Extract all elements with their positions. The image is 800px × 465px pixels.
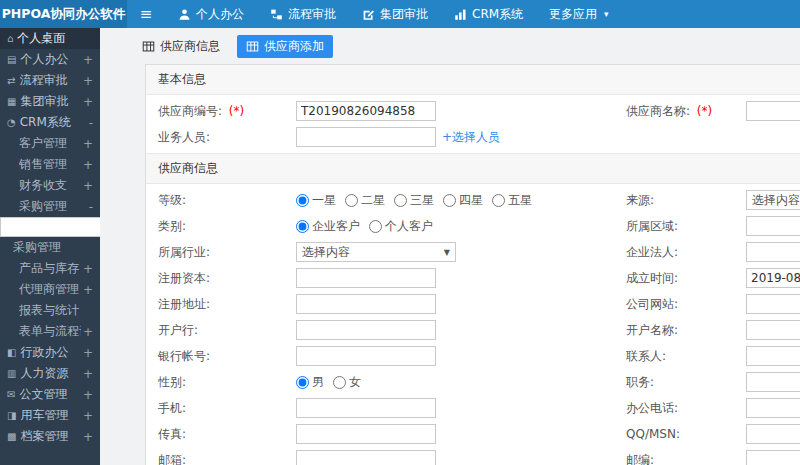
sidebar-item-group-approval[interactable]: ▦集团审批+ — [0, 91, 100, 112]
sidebar-item-supplier-mgmt[interactable]: 供应商管理 — [0, 217, 100, 237]
form-field — [746, 268, 800, 288]
main-content: 供应商信息供应商添加 基本信息供应商编号: (*)供应商名称: (*)业务人员:… — [100, 28, 800, 465]
topnav-item-crm-system[interactable]: CRM系统 — [441, 0, 536, 28]
supplier-name-input[interactable] — [746, 101, 800, 121]
category-option[interactable]: 个人客户 — [369, 218, 433, 235]
radio-label: 一星 — [312, 192, 336, 209]
topnav-item-group-approval[interactable]: 集团审批 — [349, 0, 441, 28]
sidebar-item-customer-mgmt[interactable]: 客户管理+ — [0, 133, 100, 154]
founding-date-input[interactable] — [746, 268, 800, 288]
category-option[interactable]: 企业客户 — [296, 218, 360, 235]
topnav-item-more-apps[interactable]: 更多应用▾ — [536, 0, 622, 28]
field-label: 供应商名称: (*) — [626, 103, 746, 120]
level-radio[interactable] — [345, 194, 358, 207]
form-field — [296, 424, 626, 444]
sidebar-item-reports-stats[interactable]: 报表与统计 — [0, 300, 100, 321]
form-field: 选择内容▼ — [746, 190, 800, 210]
registered-address-input[interactable] — [296, 294, 436, 314]
form-field — [296, 450, 626, 465]
contact-person-input[interactable] — [746, 346, 800, 366]
tab-supplier-info[interactable]: 供应商信息 — [133, 35, 229, 58]
qq-msn-input[interactable] — [746, 424, 800, 444]
gender-radio[interactable] — [333, 376, 346, 389]
sidebar-item-vehicle-mgmt[interactable]: ◨用车管理+ — [0, 405, 100, 426]
desktop-icon: ⌂ — [7, 33, 13, 44]
sidebar-item-document-mgmt[interactable]: ✉公文管理+ — [0, 384, 100, 405]
company-website-input[interactable] — [746, 294, 800, 314]
sidebar-item-personal-office[interactable]: ▤个人办公+ — [0, 49, 100, 70]
sidebar-item-crm-system[interactable]: ◔CRM系统- — [0, 112, 100, 133]
gender-option[interactable]: 女 — [333, 374, 361, 391]
sidebar-item-product-inventory[interactable]: 产品与库存+ — [0, 258, 100, 279]
level-option[interactable]: 二星 — [345, 192, 385, 209]
topnav-item-process-approval[interactable]: 流程审批 — [257, 0, 349, 28]
level-option[interactable]: 三星 — [394, 192, 434, 209]
position-input[interactable] — [746, 372, 800, 392]
level-option[interactable]: 四星 — [443, 192, 483, 209]
account-name-input[interactable] — [746, 320, 800, 340]
mobile-input[interactable] — [296, 398, 436, 418]
level-option[interactable]: 五星 — [492, 192, 532, 209]
bank-account-input[interactable] — [296, 346, 436, 366]
fax-input[interactable] — [296, 424, 436, 444]
level-radio[interactable] — [443, 194, 456, 207]
expand-icon: + — [83, 74, 93, 88]
sidebar-item-label: 客户管理 — [19, 135, 81, 152]
sidebar-item-agent-mgmt[interactable]: 代理商管理+ — [0, 279, 100, 300]
tab-label: 供应商添加 — [264, 38, 324, 55]
form-field — [296, 294, 626, 314]
region-input[interactable] — [746, 216, 800, 236]
sidebar: ⌂个人桌面▤个人办公+⇄流程审批+▦集团审批+◔CRM系统-客户管理+销售管理+… — [0, 28, 100, 465]
source-select[interactable]: 选择内容▼ — [746, 190, 800, 210]
registered-capital-input[interactable] — [296, 268, 436, 288]
legal-person-input[interactable] — [746, 242, 800, 262]
expand-icon: + — [83, 179, 93, 193]
industry-select[interactable]: 选择内容▼ — [296, 242, 456, 262]
sidebar-item-purchase-mgmt-group[interactable]: 采购管理- — [0, 196, 100, 217]
supplier-number-input[interactable] — [296, 101, 436, 121]
form-field — [296, 320, 626, 340]
email-input[interactable] — [296, 450, 436, 465]
tab-supplier-add[interactable]: 供应商添加 — [237, 35, 333, 58]
category-radio[interactable] — [296, 220, 309, 233]
sidebar-item-archive-mgmt[interactable]: ▩档案管理+ — [0, 426, 100, 447]
business-person-input[interactable] — [296, 127, 436, 147]
sidebar-item-form-flow-settings[interactable]: 表单与流程设置+ — [0, 321, 100, 342]
level-option[interactable]: 一星 — [296, 192, 336, 209]
bank-input[interactable] — [296, 320, 436, 340]
form-field — [746, 294, 800, 314]
sidebar-item-label: 档案管理 — [20, 428, 80, 445]
dropdown-arrow-icon: ▼ — [444, 248, 450, 257]
level-radio[interactable] — [492, 194, 505, 207]
field-label-text: 性别: — [158, 375, 186, 389]
sidebar-item-process-approval[interactable]: ⇄流程审批+ — [0, 70, 100, 91]
sidebar-item-purchase-mgmt[interactable]: 采购管理 — [0, 237, 100, 258]
sidebar-item-hr[interactable]: ▥人力资源+ — [0, 363, 100, 384]
sidebar-item-finance[interactable]: 财务收支+ — [0, 175, 100, 196]
sidebar-item-label: 财务收支 — [19, 177, 81, 194]
field-label: 联系人: — [626, 348, 746, 365]
level-radio[interactable] — [296, 194, 309, 207]
sidebar-item-label: 销售管理 — [19, 156, 81, 173]
form-field: 企业客户个人客户 — [296, 218, 626, 235]
select-person-link[interactable]: +选择人员 — [442, 129, 500, 146]
sidebar-item-personal-desktop[interactable]: ⌂个人桌面 — [0, 28, 100, 49]
field-label: 所属行业: — [146, 244, 296, 261]
category-radio-group: 企业客户个人客户 — [296, 218, 442, 235]
expand-icon: + — [83, 158, 93, 172]
topnav-item-personal-office[interactable]: 个人办公 — [165, 0, 257, 28]
sidebar-item-admin-office[interactable]: ◧行政办公+ — [0, 342, 100, 363]
sidebar-item-sales-mgmt[interactable]: 销售管理+ — [0, 154, 100, 175]
form-row: 传真:QQ/MSN: — [146, 421, 800, 447]
form-row: 等级:一星二星三星四星五星来源:选择内容▼ — [146, 187, 800, 213]
zip-code-input[interactable] — [746, 450, 800, 465]
office-phone-input[interactable] — [746, 398, 800, 418]
menu-icon[interactable]: ≡ — [127, 0, 165, 28]
gender-radio[interactable] — [296, 376, 309, 389]
level-radio[interactable] — [394, 194, 407, 207]
gender-option[interactable]: 男 — [296, 374, 324, 391]
category-radio[interactable] — [369, 220, 382, 233]
form-row: 手机:办公电话: — [146, 395, 800, 421]
field-label-text: 注册资本: — [158, 271, 210, 285]
sidebar-item-label: 报表与统计 — [19, 302, 93, 319]
